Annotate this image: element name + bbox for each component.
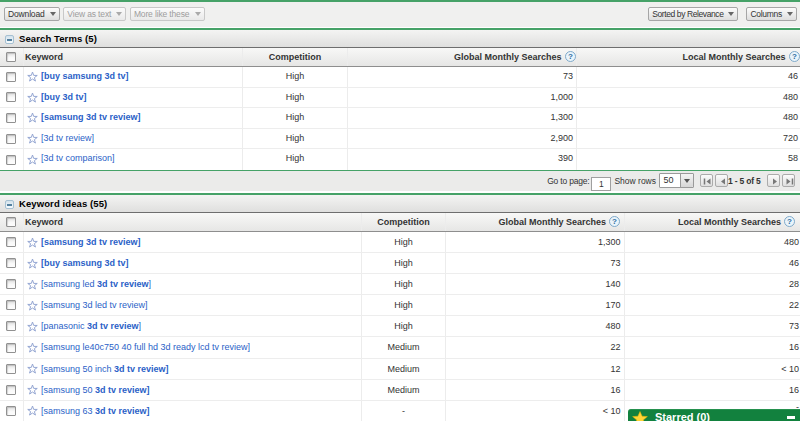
- svg-text:?: ?: [612, 217, 617, 226]
- svg-text:?: ?: [792, 52, 797, 61]
- svg-text:?: ?: [568, 52, 573, 61]
- svg-text:?: ?: [787, 217, 792, 226]
